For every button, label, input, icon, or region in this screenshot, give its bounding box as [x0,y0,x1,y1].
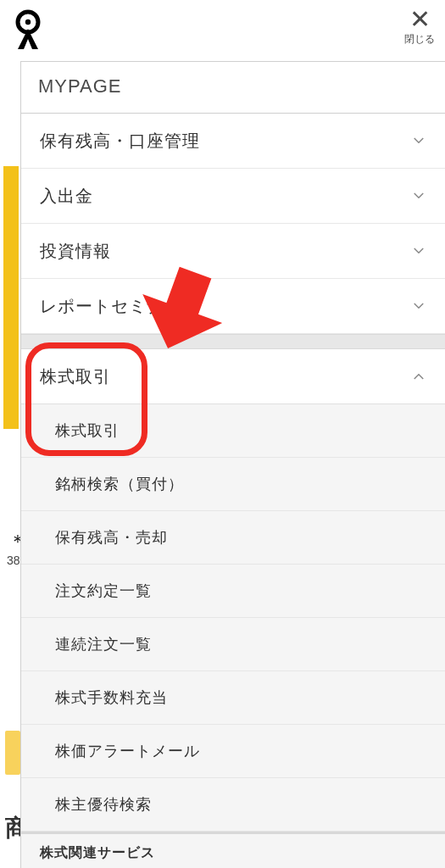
panel-title: MYPAGE [21,62,445,114]
sub-item-fee-allocation[interactable]: 株式手数料充当 [21,671,445,725]
bg-yellow-box [5,731,20,775]
menu-item-report[interactable]: レポートセミナー [21,279,445,334]
chevron-up-icon [411,369,426,384]
sub-item-label: 連続注文一覧 [55,634,152,654]
chevron-down-icon [411,188,426,203]
sub-item-label: 株主優待検索 [55,794,152,815]
menu-item-label: レポートセミナー [40,295,182,318]
brand-logo-icon[interactable] [7,8,49,51]
menu-item-balance[interactable]: 保有残高・口座管理 [21,114,445,169]
sub-item-order-list[interactable]: 注文約定一覧 [21,565,445,618]
sub-item-price-alert[interactable]: 株価アラートメール [21,725,445,778]
menu-item-stocks[interactable]: 株式取引 [21,349,445,404]
chevron-down-icon [411,298,426,314]
sub-item-label: 株式手数料充当 [55,687,168,708]
close-icon: ✕ [409,7,431,32]
svg-point-1 [25,19,31,25]
sub-heading-related: 株式関連サービス [21,832,445,868]
sub-item-cont-order-list[interactable]: 連続注文一覧 [21,618,445,671]
sub-item-shareholder-benefit[interactable]: 株主優待検索 [21,778,445,832]
sub-item-label: 保有残高・売却 [55,527,168,548]
sub-item-label: 株価アラートメール [55,741,200,761]
sub-list-stocks: 株式取引 銘柄検索（買付） 保有残高・売却 注文約定一覧 連続注文一覧 株式手数… [21,404,445,868]
menu-item-label: 入出金 [40,185,93,208]
top-bar: ✕ 閉じる [0,0,445,54]
bg-yellow-strip [3,166,19,429]
sub-item-label: 株式取引 [55,420,120,441]
close-button[interactable]: ✕ 閉じる [404,7,435,47]
section-divider [21,334,445,349]
sub-item-holdings-sell[interactable]: 保有残高・売却 [21,511,445,565]
menu-item-label: 保有残高・口座管理 [40,130,200,153]
chevron-down-icon [411,243,426,259]
close-label: 閉じる [404,32,435,47]
sub-item-label: 注文約定一覧 [55,581,152,601]
bg-num: 38 [7,554,20,567]
chevron-down-icon [411,133,426,148]
sub-item-stock-trade[interactable]: 株式取引 [21,404,445,458]
menu-item-label: 株式取引 [40,365,111,388]
menu-item-info[interactable]: 投資情報 [21,224,445,279]
menu-panel: MYPAGE 保有残高・口座管理 入出金 投資情報 レポートセミナー 株式取引 … [20,61,445,868]
menu-item-label: 投資情報 [40,240,111,263]
menu-item-cash[interactable]: 入出金 [21,169,445,224]
sub-item-label: 銘柄検索（買付） [55,474,184,494]
sub-item-search-buy[interactable]: 銘柄検索（買付） [21,458,445,511]
